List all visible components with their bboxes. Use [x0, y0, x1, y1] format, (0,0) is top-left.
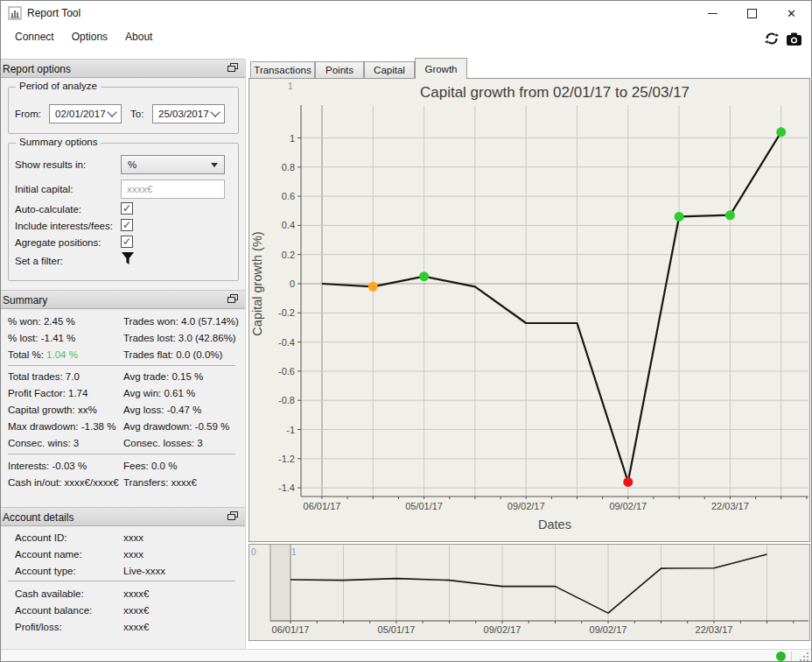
svg-text:-0.2: -0.2: [278, 307, 295, 318]
menu-bar: Connect Options About: [1, 25, 811, 48]
summary-row: Profit Factor: 1.74Avg win: 0.61 %: [8, 388, 239, 401]
divider: [8, 581, 235, 581]
close-button[interactable]: ✕: [772, 1, 811, 25]
float-dock-icon[interactable]: [228, 63, 238, 74]
minimize-icon: [708, 13, 718, 14]
window-title: Report Tool: [27, 7, 80, 19]
svg-text:1: 1: [288, 81, 293, 91]
connection-status-dot: [776, 651, 786, 661]
camera-icon[interactable]: [786, 32, 802, 46]
stat-fees: Fees: 0.0 %: [123, 461, 177, 471]
profit-loss-label: Profit/loss:: [15, 622, 62, 632]
svg-text:-0.6: -0.6: [278, 366, 295, 377]
svg-text:09/02/17: 09/02/17: [484, 624, 522, 635]
account-id-label: Account ID:: [15, 532, 66, 543]
initial-capital-input[interactable]: [121, 180, 225, 199]
menu-about[interactable]: About: [116, 27, 161, 46]
account-balance-value: xxxx€: [123, 605, 149, 616]
stat-consec-losses: Consec. losses: 3: [123, 438, 203, 448]
refresh-icon[interactable]: [764, 31, 780, 46]
resize-grip[interactable]: [799, 652, 808, 662]
float-dock-icon[interactable]: [228, 511, 238, 522]
stat-total-pct: Total %: 1.04 %: [8, 349, 78, 360]
svg-text:06/01/17: 06/01/17: [304, 501, 341, 511]
stat-total-label: Total %:: [8, 349, 46, 360]
summary-title: Summary: [3, 294, 47, 306]
tab-growth[interactable]: Growth: [415, 58, 467, 79]
cash-available-label: Cash available:: [15, 588, 84, 599]
app-chart-icon: [8, 6, 22, 20]
chart-toolbar: [764, 31, 802, 46]
svg-text:-0.8: -0.8: [278, 395, 295, 405]
menu-connect[interactable]: Connect: [6, 27, 63, 46]
tab-points[interactable]: Points: [315, 61, 364, 79]
auto-calculate-checkbox[interactable]: ✓: [121, 202, 133, 215]
show-results-dropdown[interactable]: %: [121, 155, 225, 174]
account-type-value: Live-xxxx: [123, 566, 165, 576]
svg-text:Dates: Dates: [538, 518, 571, 532]
tab-transactions[interactable]: Transactions: [250, 61, 315, 79]
stat-cash-in-out: Cash in/out: xxxx€/xxxx€: [8, 477, 119, 488]
summary-row: Total %: 1.04 %Trades flat: 0.0 (0.0%): [8, 349, 239, 363]
stat-trades-won: Trades won: 4.0 (57.14%): [123, 316, 239, 327]
from-date-dropdown[interactable]: 02/01/2017: [49, 104, 122, 123]
check-icon: ✓: [122, 221, 131, 229]
stat-interests: Interests: -0.03 %: [8, 461, 87, 471]
account-row: Profit/loss:xxxx€: [15, 622, 246, 635]
stat-avg-win: Avg win: 0.61 %: [123, 388, 195, 398]
report-options-header: Report options: [1, 59, 245, 78]
report-options-title: Report options: [3, 63, 71, 75]
app-window: Report Tool ✕ Connect Options About: [0, 0, 812, 662]
svg-text:-0.4: -0.4: [278, 337, 295, 348]
overview-chart-canvas[interactable]: 06/01/1705/01/1709/02/1709/02/1722/03/17…: [249, 545, 809, 640]
maximize-button[interactable]: [732, 1, 772, 25]
tab-capital[interactable]: Capital: [364, 61, 415, 79]
stat-total-trades: Total trades: 7.0: [8, 371, 80, 382]
summary-row: Interests: -0.03 %Fees: 0.0 %: [8, 461, 239, 474]
stat-avg-trade: Avg trade: 0.15 %: [123, 371, 203, 382]
agregate-positions-checkbox[interactable]: ✓: [121, 236, 133, 248]
stat-avg-drawdown: Avg drawdown: -0.59 %: [123, 421, 229, 432]
stat-trades-flat: Trades flat: 0.0 (0.0%): [123, 349, 222, 360]
account-id-value: xxxx: [123, 532, 144, 543]
svg-text:Capital growth from 02/01/17 t: Capital growth from 02/01/17 to 25/03/17: [420, 84, 690, 101]
account-type-label: Account type:: [15, 566, 76, 576]
to-date-value: 25/03/2017: [158, 109, 209, 119]
account-name-value: xxxx: [123, 549, 144, 560]
chevron-down-icon: [210, 107, 220, 116]
account-details-title: Account details: [3, 511, 74, 524]
include-interests-checkbox[interactable]: ✓: [121, 219, 133, 231]
filter-icon[interactable]: [121, 251, 135, 265]
minimize-button[interactable]: [693, 1, 732, 25]
svg-text:09/02/17: 09/02/17: [590, 624, 627, 635]
svg-text:06/01/17: 06/01/17: [272, 624, 310, 635]
summary-row: % won: 2.45 %Trades won: 4.0 (57.14%): [8, 316, 239, 329]
svg-text:0.2: 0.2: [282, 250, 295, 260]
account-details-header: Account details: [1, 507, 245, 526]
svg-text:1: 1: [291, 547, 297, 557]
stat-avg-loss: Avg loss: -0.47 %: [123, 405, 201, 415]
account-row: Cash available:xxxx€: [15, 588, 246, 602]
period-legend: Period of analyze: [16, 81, 101, 91]
menu-options[interactable]: Options: [63, 27, 116, 46]
account-row: Account name:xxxx: [15, 549, 246, 562]
svg-text:1: 1: [290, 133, 295, 144]
to-date-dropdown[interactable]: 25/03/2017: [152, 104, 225, 123]
float-dock-icon[interactable]: [228, 294, 238, 305]
svg-text:0.8: 0.8: [282, 162, 295, 173]
svg-text:-1.4: -1.4: [278, 482, 295, 493]
maximize-icon: [747, 9, 757, 18]
auto-calculate-label: Auto-calculate:: [15, 204, 81, 215]
from-label: From:: [15, 109, 41, 119]
stat-total-value: 1.04 %: [46, 349, 78, 360]
svg-text:22/03/17: 22/03/17: [696, 624, 733, 635]
summary-row: Total trades: 7.0Avg trade: 0.15 %: [8, 371, 239, 384]
svg-text:-1.2: -1.2: [278, 454, 295, 464]
divider: [8, 454, 235, 454]
summary-header: Summary: [1, 290, 245, 309]
account-row: Account balance:xxxx€: [15, 605, 246, 618]
growth-chart-canvas[interactable]: 10.80.60.40.20-0.2-0.4-0.6-0.8-1-1.2-1.4…: [249, 79, 809, 541]
summary-row: Consec. wins: 3Consec. losses: 3: [8, 438, 239, 451]
divider: [8, 365, 235, 366]
stat-trades-lost: Trades lost: 3.0 (42.86%): [123, 333, 236, 343]
